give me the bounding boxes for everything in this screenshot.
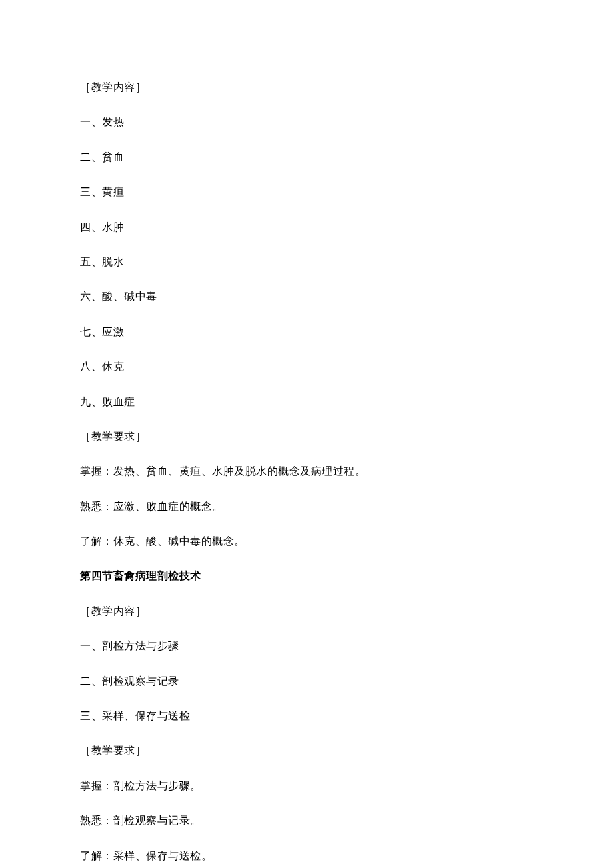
requirement-familiar-2: 熟悉：剖检观察与记录。 — [80, 813, 533, 828]
content-item-edema: 四、水肿 — [80, 220, 533, 235]
requirement-master: 掌握：发热、贫血、黄疸、水肿及脱水的概念及病理过程。 — [80, 464, 533, 479]
requirement-master-2: 掌握：剖检方法与步骤。 — [80, 779, 533, 793]
requirement-understand-2: 了解：采样、保存与送检。 — [80, 849, 533, 863]
content-item-sampling: 三、采样、保存与送检 — [80, 709, 533, 723]
teaching-content-header-2: ［教学内容］ — [80, 604, 533, 619]
teaching-content-header: ［教学内容］ — [80, 80, 533, 95]
requirement-understand: 了解：休克、酸、碱中毒的概念。 — [80, 534, 533, 549]
content-item-anemia: 二、贫血 — [80, 150, 533, 165]
requirement-familiar: 熟悉：应激、败血症的概念。 — [80, 499, 533, 514]
teaching-requirements-header: ［教学要求］ — [80, 429, 533, 444]
content-item-fever: 一、发热 — [80, 115, 533, 129]
section-title-autopsy: 第四节畜禽病理剖检技术 — [80, 569, 533, 583]
content-item-shock: 八、休克 — [80, 359, 533, 374]
content-item-septicemia: 九、败血症 — [80, 395, 533, 409]
content-item-stress: 七、应激 — [80, 325, 533, 339]
content-item-autopsy-method: 一、剖检方法与步骤 — [80, 639, 533, 653]
content-item-dehydration: 五、脱水 — [80, 255, 533, 269]
content-item-autopsy-record: 二、剖检观察与记录 — [80, 674, 533, 689]
teaching-requirements-header-2: ［教学要求］ — [80, 743, 533, 758]
content-item-acid-base: 六、酸、碱中毒 — [80, 289, 533, 304]
content-item-jaundice: 三、黄疸 — [80, 185, 533, 199]
